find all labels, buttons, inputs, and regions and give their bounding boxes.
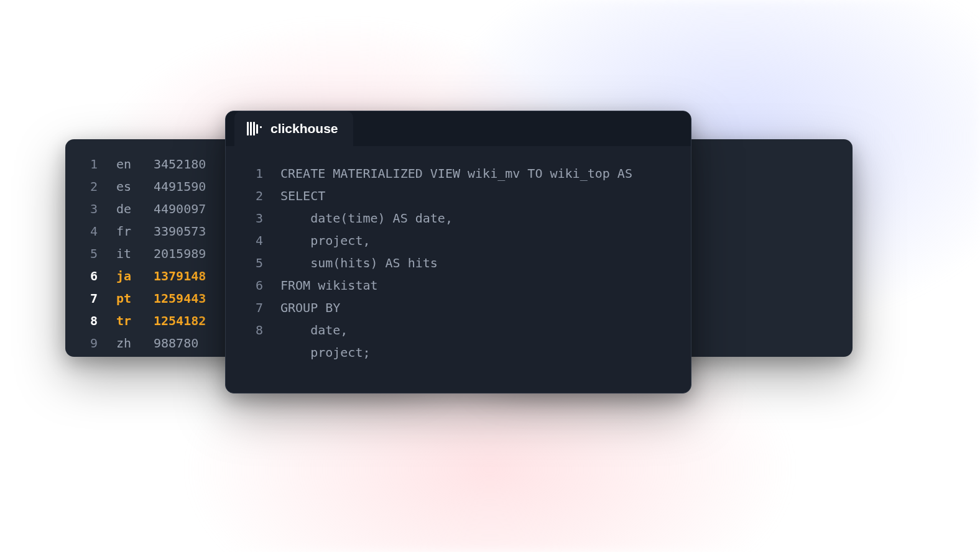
line-number: 9	[81, 332, 116, 354]
code-text: project;	[263, 341, 371, 364]
line-number: 5	[237, 252, 263, 274]
line-number: 4	[81, 220, 116, 242]
code-text: SELECT	[263, 185, 325, 207]
value-cell: 2015989	[154, 242, 206, 265]
line-number: 7	[81, 287, 116, 310]
code-line: 2SELECT	[237, 185, 680, 207]
code-text: GROUP BY	[263, 297, 340, 319]
line-number	[237, 341, 263, 364]
code-area[interactable]: 1CREATE MATERIALIZED VIEW wiki_mv TO wik…	[226, 146, 691, 380]
lang-cell: fr	[116, 220, 154, 242]
code-line: 4 project,	[237, 229, 680, 252]
line-number: 5	[81, 242, 116, 265]
tab-bar: clickhouse	[226, 111, 691, 146]
line-number: 7	[237, 297, 263, 319]
code-line: project;	[237, 341, 680, 364]
value-cell: 4490097	[154, 198, 206, 220]
clickhouse-logo-icon	[247, 122, 262, 136]
code-line: 8 date,	[237, 319, 680, 341]
lang-cell: en	[116, 153, 154, 175]
line-number: 8	[237, 319, 263, 341]
code-line: 7GROUP BY	[237, 297, 680, 319]
line-number: 8	[81, 310, 116, 332]
code-text: sum(hits) AS hits	[263, 252, 438, 274]
value-cell: 1379148	[154, 265, 206, 287]
tab-label: clickhouse	[270, 117, 338, 140]
code-line: 5 sum(hits) AS hits	[237, 252, 680, 274]
lang-cell: ja	[116, 265, 154, 287]
value-cell: 1254182	[154, 310, 206, 332]
lang-cell: de	[116, 198, 154, 220]
value-cell: 3452180	[154, 153, 206, 175]
line-number: 3	[81, 198, 116, 220]
lang-cell: it	[116, 242, 154, 265]
code-text: date(time) AS date,	[263, 207, 453, 229]
lang-cell: pt	[116, 287, 154, 310]
code-line: 6FROM wikistat	[237, 274, 680, 297]
value-cell: 1259443	[154, 287, 206, 310]
code-text: date,	[263, 319, 348, 341]
line-number: 6	[237, 274, 263, 297]
value-cell: 3390573	[154, 220, 206, 242]
line-number: 6	[81, 265, 116, 287]
lang-cell: zh	[116, 332, 154, 354]
line-number: 4	[237, 229, 263, 252]
line-number: 2	[237, 185, 263, 207]
value-cell: 4491590	[154, 175, 206, 198]
value-cell: 988780	[154, 332, 198, 354]
lang-cell: tr	[116, 310, 154, 332]
editor-card: clickhouse 1CREATE MATERIALIZED VIEW wik…	[225, 111, 691, 393]
code-text: FROM wikistat	[263, 274, 378, 297]
code-text: CREATE MATERIALIZED VIEW wiki_mv TO wiki…	[263, 162, 632, 185]
line-number: 1	[237, 162, 263, 185]
line-number: 3	[237, 207, 263, 229]
code-text: project,	[263, 229, 371, 252]
code-line: 3 date(time) AS date,	[237, 207, 680, 229]
code-line: 1CREATE MATERIALIZED VIEW wiki_mv TO wik…	[237, 162, 680, 185]
line-number: 2	[81, 175, 116, 198]
line-number: 1	[81, 153, 116, 175]
lang-cell: es	[116, 175, 154, 198]
tab-clickhouse[interactable]: clickhouse	[234, 111, 353, 146]
